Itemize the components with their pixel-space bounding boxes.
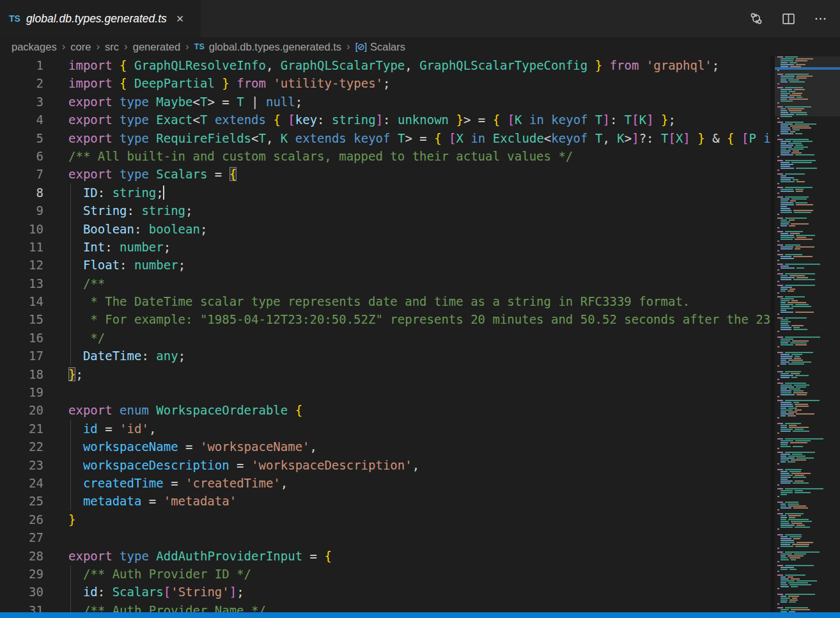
code-line[interactable]: workspaceDescription = 'workspaceDescrip… [58, 456, 770, 474]
code-line[interactable]: export type Scalars = { [58, 165, 770, 183]
horizontal-scrollbar[interactable] [0, 612, 840, 618]
code-token: Scalars [156, 167, 207, 181]
code-token: DeepPartial [134, 76, 215, 90]
code-line[interactable]: /** All built-in and custom scalars, map… [58, 147, 770, 165]
minimap-line [775, 196, 840, 198]
indent-guide [70, 256, 71, 274]
code-token: metadata [83, 494, 142, 508]
minimap-line [775, 469, 840, 470]
code-line[interactable]: * For example: "1985-04-12T23:20:50.52Z"… [58, 310, 770, 328]
breadcrumb-item-file[interactable]: global.db.types.generated.ts [209, 41, 341, 53]
minimap-line [775, 551, 840, 553]
code-token: workspaceName [83, 440, 178, 454]
code-line[interactable]: Float: number; [58, 256, 770, 274]
code-line[interactable]: export type Exact<T extends { [key: stri… [58, 111, 770, 129]
code-line[interactable]: createdTime = 'createdTime', [58, 474, 770, 492]
code-token: ; [295, 95, 302, 109]
code-line[interactable]: export type Maybe<T> = T | null; [58, 93, 770, 111]
code-token: Exact [156, 113, 192, 127]
split-editor-icon[interactable] [781, 12, 795, 26]
code-line[interactable]: export type AddAuthProviderInput = { [58, 547, 770, 565]
minimap-line [775, 603, 840, 605]
minimap-line [775, 170, 840, 171]
breadcrumb-item-core[interactable]: core [70, 41, 91, 53]
code-line[interactable]: import { DeepPartial } from 'utility-typ… [58, 74, 770, 92]
minimap-line [775, 384, 840, 386]
code-token: any [156, 349, 178, 363]
code-token: id [83, 422, 98, 436]
code-token [113, 549, 120, 563]
minimap[interactable] [775, 56, 840, 618]
breadcrumb-item-src[interactable]: src [105, 41, 119, 53]
close-icon[interactable]: × [176, 12, 184, 25]
code-line[interactable]: id = 'id', [58, 420, 770, 438]
minimap-line [775, 223, 840, 225]
code-token [113, 167, 120, 181]
code-line[interactable]: import { GraphQLResolveInfo, GraphQLScal… [58, 56, 770, 74]
code-line[interactable] [58, 383, 770, 401]
minimap-line [775, 477, 840, 478]
code-token [449, 113, 456, 127]
code-token: in [529, 113, 544, 127]
code-token: T [200, 95, 207, 109]
breadcrumb-item-generated[interactable]: generated [133, 41, 180, 53]
minimap-line [775, 315, 840, 317]
breadcrumb-item-packages[interactable]: packages [12, 41, 57, 53]
code-token: extends [215, 113, 266, 127]
code-token: type [120, 549, 149, 563]
code-line[interactable] [58, 528, 770, 546]
code-line[interactable]: String: string; [58, 202, 770, 219]
code-line[interactable]: id: Scalars['String']; [58, 583, 770, 601]
code-line[interactable]: Boolean: boolean; [58, 220, 770, 238]
code-token: < [193, 113, 200, 127]
code-line[interactable]: /** [58, 274, 770, 292]
indent-guide [70, 184, 71, 202]
code-line[interactable]: }; [58, 365, 770, 383]
more-actions-icon[interactable] [813, 12, 827, 26]
minimap-line [775, 239, 840, 240]
minimap-line [775, 166, 840, 167]
code-line[interactable]: metadata = 'metadata' [58, 492, 770, 510]
code-token: String [83, 203, 127, 218]
code-line[interactable]: /** Auth Provider ID */ [58, 565, 770, 583]
minimap-line [775, 208, 840, 209]
minimap-line [775, 484, 840, 486]
code-line[interactable]: export type RequireFields<T, K extends k… [58, 129, 770, 147]
minimap-line [775, 444, 840, 445]
code-line[interactable]: DateTime: any; [58, 347, 770, 365]
minimap-line [775, 181, 840, 182]
code-token: : [610, 113, 625, 127]
minimap-line [775, 154, 840, 155]
minimap-line [775, 502, 840, 503]
code-line[interactable]: export enum WorkspaceOrderable { [58, 401, 770, 419]
minimap-line [775, 480, 840, 482]
code-line[interactable]: * The DateTime scalar type represents da… [58, 292, 770, 310]
minimap-line [775, 550, 840, 551]
minimap-line [775, 517, 840, 518]
code-token: : [383, 113, 398, 127]
code-token: createdTime [83, 476, 164, 490]
code-token: GraphQLScalarType [281, 58, 405, 72]
line-number: 4 [0, 111, 58, 129]
line-number: 23 [0, 456, 58, 474]
minimap-line [775, 427, 840, 428]
code-line[interactable]: } [58, 511, 770, 528]
minimap-line [775, 375, 840, 376]
code-token [485, 131, 492, 145]
code-line[interactable]: workspaceName = 'workspaceName', [58, 438, 770, 456]
minimap-line [775, 492, 840, 493]
breadcrumb-item-symbol[interactable]: Scalars [370, 41, 405, 53]
code-line[interactable]: ID: string; [58, 184, 770, 202]
code-token: > [405, 131, 412, 145]
code-token [215, 76, 222, 90]
minimap-line [775, 141, 840, 142]
minimap-line [775, 300, 840, 301]
editor-tab[interactable]: TS global.db.types.generated.ts × [0, 0, 201, 37]
minimap-line [775, 404, 840, 405]
code-area[interactable]: import { GraphQLResolveInfo, GraphQLScal… [58, 56, 770, 618]
code-line[interactable]: */ [58, 329, 770, 347]
code-token: DateTime [83, 349, 142, 363]
minimap-slider[interactable] [775, 56, 840, 116]
code-line[interactable]: Int: number; [58, 238, 770, 256]
open-changes-icon[interactable] [749, 12, 763, 26]
